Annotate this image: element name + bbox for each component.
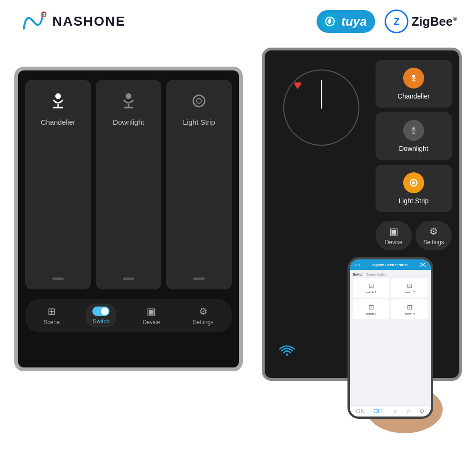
header: NASHONE tuya Z ZigBee® <box>0 0 476 38</box>
phone-tile-2[interactable]: ⊡ switch 2 <box>391 278 428 298</box>
back-downlight-label: Downlight <box>399 145 428 152</box>
scene-nav-label: Scene <box>43 319 60 326</box>
svg-point-20 <box>197 99 201 103</box>
phone-screen: 9:41 Zigbee Scene Panel Switch Scene Swi… <box>350 259 431 416</box>
phone-nav-gear[interactable]: ⚙ <box>419 408 425 415</box>
phone-content: Switch Scene Switch ⊡ switch 1 ⊡ switch … <box>350 270 431 406</box>
scene-icon: ⊞ <box>48 306 56 317</box>
svg-point-12 <box>286 354 288 356</box>
svg-point-4 <box>412 75 415 78</box>
chandelier-switch-btn[interactable]: Chandelier <box>25 80 91 289</box>
back-device-icon: ▣ <box>389 226 398 237</box>
nav-switch[interactable]: Switch <box>86 304 116 327</box>
zigbee-z-icon: Z <box>385 10 408 33</box>
tuya-icon <box>321 13 338 30</box>
svg-point-19 <box>193 95 205 107</box>
phone-tile-2-label: switch 2 <box>405 291 415 294</box>
phone-nav-circle[interactable]: ○ <box>393 408 397 415</box>
downlight-switch-btn[interactable]: Downlight <box>96 80 161 289</box>
back-chandelier-label: Chandelier <box>397 92 430 100</box>
downlight-switch-icon <box>117 89 140 112</box>
svg-point-13 <box>55 93 61 99</box>
dial-line <box>321 80 322 109</box>
phone-mockup: 9:41 Zigbee Scene Panel Switch Scene Swi… <box>347 257 433 419</box>
back-device-nav-label: Device <box>385 239 403 246</box>
chandelier-icon-circle <box>403 68 424 89</box>
phone-tile-1-label: switch 1 <box>366 291 377 294</box>
nashone-icon <box>19 10 48 33</box>
phone-tiles-grid: ⊡ switch 1 ⊡ switch 2 ⊡ switch 3 ⊡ <box>353 278 428 319</box>
nav-device[interactable]: ▣ Device <box>136 303 167 328</box>
nav-scene[interactable]: ⊞ Scene <box>37 303 66 328</box>
toggle-switch-icon <box>92 307 109 316</box>
zigbee-text: ZigBee® <box>411 14 457 29</box>
back-chandelier-btn[interactable]: Chandelier <box>376 60 452 108</box>
phone-bottom-nav: ON OFF ○ ☆ ⚙ <box>350 406 431 416</box>
svg-rect-2 <box>42 14 44 15</box>
phone-tile-1-icon: ⊡ <box>368 282 374 289</box>
phone-nav-star[interactable]: ☆ <box>406 408 411 415</box>
lightstrip-indicator <box>193 278 205 280</box>
phone-tile-3-icon: ⊡ <box>368 303 374 311</box>
toggle-knob <box>101 307 109 315</box>
phone-tile-3-label: switch 3 <box>366 312 377 315</box>
phone-nav-on[interactable]: ON <box>356 408 365 415</box>
back-downlight-btn[interactable]: Downlight <box>376 112 452 160</box>
phone-tile-1[interactable]: ⊡ switch 1 <box>353 278 389 298</box>
back-settings-icon: ⚙ <box>429 226 438 237</box>
settings-nav-icon: ⚙ <box>199 306 208 317</box>
close-icon <box>419 262 426 267</box>
partner-logos: tuya Z ZigBee® <box>317 10 457 33</box>
switch-nav-label: Switch <box>93 318 109 325</box>
back-settings-btn[interactable]: ⚙ Settings <box>416 221 452 250</box>
svg-point-16 <box>126 93 131 99</box>
circle-dial[interactable]: ♥ <box>283 69 359 146</box>
switch-buttons-grid: Chandelier Downlight L <box>25 80 232 289</box>
hand-area: 9:41 Zigbee Scene Panel Switch Scene Swi… <box>333 248 447 438</box>
phone-tile-4[interactable]: ⊡ switch 4 <box>391 299 428 319</box>
main-content: ♥ Chandelier <box>0 38 476 438</box>
lightstrip-label: Light Strip <box>183 118 215 126</box>
lightstrip-switch-icon <box>188 89 210 112</box>
svg-point-7 <box>412 127 415 130</box>
brand-logo: NASHONE <box>19 10 126 33</box>
device-nav-label: Device <box>142 319 160 326</box>
downlight-indicator <box>123 278 134 280</box>
phone-nav-off[interactable]: OFF <box>373 408 385 415</box>
nav-settings[interactable]: ⚙ Settings <box>186 303 220 328</box>
front-panel: Chandelier Downlight L <box>14 67 243 371</box>
downlight-label: Downlight <box>113 118 144 126</box>
back-device-btn-nav[interactable]: ▣ Device <box>376 221 412 250</box>
front-bottom-nav: ⊞ Scene Switch ▣ Device ⚙ Settings <box>25 299 232 332</box>
back-lightstrip-btn[interactable]: Light Strip <box>376 165 452 212</box>
phone-header: 9:41 Zigbee Scene Panel <box>350 259 431 270</box>
settings-nav-label: Settings <box>193 319 213 326</box>
tuya-logo: tuya <box>317 10 375 33</box>
svg-rect-1 <box>43 11 44 13</box>
phone-tile-2-icon: ⊡ <box>407 282 413 289</box>
chandelier-indicator <box>52 278 64 280</box>
phone-status: 9:41 <box>355 263 360 266</box>
tuya-text: tuya <box>341 14 367 29</box>
device-nav-icon: ▣ <box>147 306 156 317</box>
phone-tile-4-icon: ⊡ <box>407 303 413 311</box>
lightstrip-switch-btn[interactable]: Light Strip <box>166 80 232 289</box>
lightstrip-icon-circle <box>403 172 424 193</box>
zigbee-logo: Z ZigBee® <box>385 10 457 33</box>
svg-point-11 <box>412 181 415 184</box>
back-lightstrip-label: Light Strip <box>398 197 428 205</box>
chandelier-switch-icon <box>47 89 69 112</box>
dial-area: ♥ <box>278 65 364 150</box>
phone-tile-3[interactable]: ⊡ switch 3 <box>353 299 389 319</box>
back-settings-label: Settings <box>423 239 444 246</box>
brand-name: NASHONE <box>52 14 126 29</box>
phone-tile-4-label: switch 4 <box>405 312 415 315</box>
phone-section: Switch Scene Switch <box>353 273 428 276</box>
phone-app-title: Zigbee Scene Panel <box>372 263 407 267</box>
wifi-icon <box>279 342 295 359</box>
heart-icon: ♥ <box>294 78 302 93</box>
downlight-icon-circle <box>403 120 424 141</box>
chandelier-label: Chandelier <box>41 118 76 126</box>
